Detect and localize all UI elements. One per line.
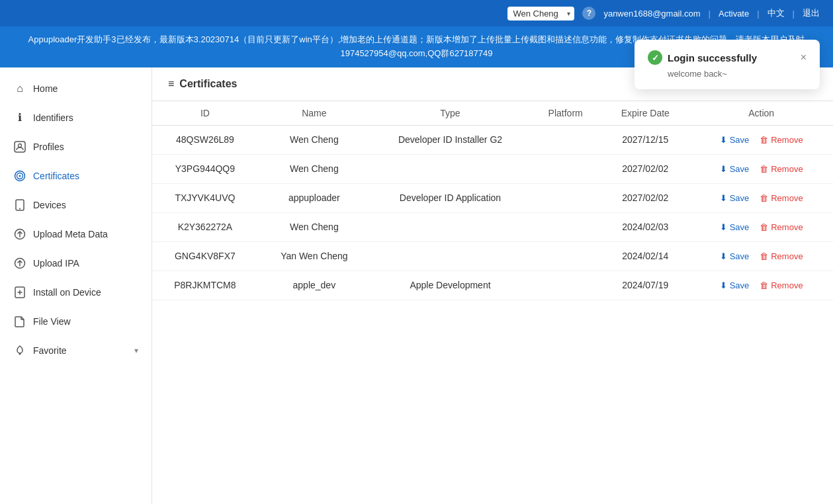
cell-expire-date: 2024/07/19 (601, 271, 689, 300)
trash-icon: 🗑 (760, 251, 768, 261)
table-row: K2Y362272A Wen Cheng 2024/02/03 ⬇Save 🗑R… (152, 212, 833, 241)
cell-type: Developer ID Installer G2 (371, 125, 530, 154)
col-type: Type (371, 101, 530, 126)
cell-platform (530, 241, 601, 271)
upload-ipa-icon (13, 257, 26, 270)
remove-button[interactable]: 🗑Remove (756, 221, 807, 233)
lang-link[interactable]: 中文 (767, 7, 785, 19)
svg-point-10 (19, 353, 21, 355)
cell-type: Apple Development (371, 271, 530, 300)
cell-platform (530, 212, 601, 241)
cell-action: ⬇Save 🗑Remove (689, 241, 833, 271)
col-action: Action (689, 101, 833, 126)
identifiers-icon: ℹ (13, 111, 26, 124)
home-icon: ⌂ (13, 82, 26, 95)
activate-link[interactable]: Activate (719, 9, 749, 19)
sidebar-item-identifiers[interactable]: ℹ Identifiers (0, 103, 152, 132)
cell-platform (530, 183, 601, 212)
upload-meta-icon (13, 228, 26, 241)
trash-icon: 🗑 (760, 135, 768, 145)
svg-point-4 (19, 175, 21, 177)
sidebar: ⌂ Home ℹ Identifiers Profiles Certificat… (0, 67, 152, 504)
remove-button[interactable]: 🗑Remove (756, 192, 807, 204)
user-dropdown[interactable]: Wen Cheng (507, 7, 574, 21)
sidebar-item-home[interactable]: ⌂ Home (0, 74, 152, 103)
svg-point-6 (19, 208, 21, 209)
cell-name: appuploader (258, 183, 371, 212)
save-button[interactable]: ⬇Save (716, 134, 754, 146)
cell-expire-date: 2024/02/14 (601, 241, 689, 271)
toast-title: ✓ Login successfully (648, 50, 757, 65)
sidebar-item-upload-ipa[interactable]: Upload IPA (0, 249, 152, 278)
sidebar-item-file-view[interactable]: File View (0, 307, 152, 336)
cell-name: Yan Wen Cheng (258, 241, 371, 271)
remove-button[interactable]: 🗑Remove (756, 279, 807, 292)
cell-id: Y3PG944QQ9 (152, 154, 258, 183)
help-button[interactable]: ? (582, 7, 595, 20)
trash-icon: 🗑 (760, 280, 768, 290)
table-row: P8RJKMTCM8 apple_dev Apple Development 2… (152, 271, 833, 300)
table-row: GNG4KV8FX7 Yan Wen Cheng 2024/02/14 ⬇Sav… (152, 241, 833, 271)
file-view-icon (13, 315, 26, 328)
favorite-icon (13, 344, 26, 357)
cell-type (371, 241, 530, 271)
success-check-icon: ✓ (648, 50, 662, 65)
remove-button[interactable]: 🗑Remove (756, 163, 807, 175)
sidebar-item-profiles[interactable]: Profiles (0, 132, 152, 161)
cell-id: P8RJKMTCM8 (152, 271, 258, 300)
cell-action: ⬇Save 🗑Remove (689, 271, 833, 300)
cell-name: Wen Cheng (258, 125, 371, 154)
cell-platform (530, 125, 601, 154)
remove-button[interactable]: 🗑Remove (756, 134, 807, 146)
sidebar-item-certificates[interactable]: Certificates (0, 161, 152, 190)
cell-action: ⬇Save 🗑Remove (689, 183, 833, 212)
save-button[interactable]: ⬇Save (716, 279, 754, 292)
cell-action: ⬇Save 🗑Remove (689, 154, 833, 183)
save-button[interactable]: ⬇Save (716, 221, 754, 233)
download-icon: ⬇ (720, 251, 727, 261)
profiles-icon (13, 140, 26, 153)
sidebar-item-label: Upload Meta Data (33, 229, 108, 239)
sidebar-item-label: Install on Device (33, 287, 101, 298)
cell-type: Developer ID Application (371, 183, 530, 212)
cell-id: 48QSW26L89 (152, 125, 258, 154)
sidebar-item-install-on-device[interactable]: Install on Device (0, 278, 152, 307)
table-row: Y3PG944QQ9 Wen Cheng 2027/02/02 ⬇Save 🗑R… (152, 154, 833, 183)
cell-expire-date: 2024/02/03 (601, 212, 689, 241)
cell-name: Wen Cheng (258, 154, 371, 183)
save-button[interactable]: ⬇Save (716, 250, 754, 263)
download-icon: ⬇ (720, 222, 727, 232)
remove-button[interactable]: 🗑Remove (756, 250, 807, 263)
email-label: yanwen1688@gmail.com (603, 9, 700, 19)
svg-point-1 (19, 144, 22, 147)
sidebar-item-favorite[interactable]: Favorite ▾ (0, 336, 152, 365)
content-area: ≡ Certificates + Create ID Name Type Pla… (152, 67, 833, 504)
download-icon: ⬇ (720, 280, 727, 290)
sidebar-item-label: Home (33, 83, 58, 94)
toast-close-button[interactable]: × (801, 52, 807, 63)
download-icon: ⬇ (720, 135, 727, 145)
save-button[interactable]: ⬇Save (716, 192, 754, 204)
cell-id: TXJYVK4UVQ (152, 183, 258, 212)
sidebar-item-label: Identifiers (33, 112, 73, 123)
download-icon: ⬇ (720, 193, 727, 203)
toast-header: ✓ Login successfully × (648, 50, 807, 65)
sidebar-item-devices[interactable]: Devices (0, 190, 152, 220)
user-select[interactable]: Wen Cheng (507, 7, 574, 21)
toast-notification: ✓ Login successfully × welcome back~ (635, 40, 820, 89)
sidebar-item-upload-meta[interactable]: Upload Meta Data (0, 220, 152, 249)
download-icon: ⬇ (720, 164, 727, 174)
sidebar-item-label: Upload IPA (33, 258, 79, 269)
cell-name: Wen Cheng (258, 212, 371, 241)
col-name: Name (258, 101, 371, 126)
save-button[interactable]: ⬇Save (716, 163, 754, 175)
chevron-down-icon: ▾ (134, 346, 138, 355)
logout-link[interactable]: 退出 (803, 7, 820, 19)
certificates-icon (13, 169, 26, 183)
sidebar-item-label: File View (33, 316, 71, 327)
top-bar: Wen Cheng ? yanwen1688@gmail.com | Activ… (0, 0, 833, 26)
cell-id: K2Y362272A (152, 212, 258, 241)
table-row: 48QSW26L89 Wen Cheng Developer ID Instal… (152, 125, 833, 154)
cell-id: GNG4KV8FX7 (152, 241, 258, 271)
cell-platform (530, 154, 601, 183)
